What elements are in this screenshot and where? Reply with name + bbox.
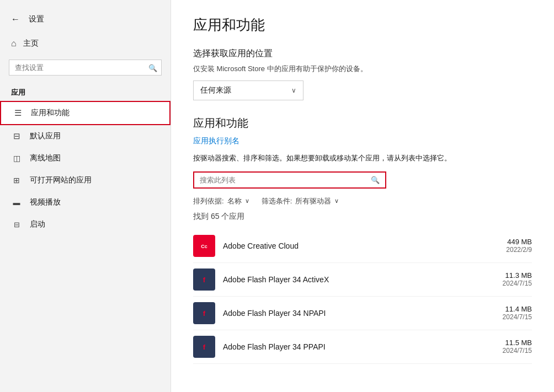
settings-search-box: 🔍 <box>9 60 162 76</box>
app-date: 2024/7/15 <box>488 313 532 321</box>
filter-value[interactable]: 所有驱动器 <box>295 196 331 206</box>
home-icon: ⌂ <box>11 39 17 49</box>
app-date: 2022/2/9 <box>488 246 532 254</box>
dropdown-value: 任何来源 <box>200 85 231 95</box>
app-name: Adobe Flash Player 34 ActiveX <box>223 275 480 284</box>
app-meta-flash-activex: 11.3 MB 2024/7/15 <box>488 271 532 287</box>
app-info-adobe-cc: Adobe Creative Cloud <box>223 241 480 250</box>
apps-features-label: 应用和功能 <box>31 108 70 118</box>
sidebar: ← 设置 ⌂ 主页 🔍 应用 ☰ 应用和功能 ⊟ 默认应用 ◫ 离线地图 ⊞ 可… <box>0 0 171 392</box>
list-item[interactable]: f Adobe Flash Player 34 ActiveX 11.3 MB … <box>193 263 532 297</box>
main-content: 应用和功能 选择获取应用的位置 仅安装 Microsoft Store 中的应用… <box>171 0 554 392</box>
list-item[interactable]: f Adobe Flash Player 34 PPAPI 11.5 MB 20… <box>193 330 532 364</box>
alias-link[interactable]: 应用执行别名 <box>193 136 239 146</box>
app-icon-flash-npapi: f <box>193 302 215 324</box>
source-dropdown[interactable]: 任何来源 ∨ <box>193 80 303 100</box>
sidebar-item-default-apps[interactable]: ⊟ 默认应用 <box>0 125 171 147</box>
filter-label: 筛选条件: <box>262 196 292 206</box>
sort-filter-row: 排列依据: 名称 ∨ 筛选条件: 所有驱动器 ∨ <box>193 196 532 206</box>
section2-heading: 应用和功能 <box>193 116 532 131</box>
sidebar-section-label: 应用 <box>0 80 171 101</box>
sidebar-item-home[interactable]: ⌂ 主页 <box>0 32 171 55</box>
filter-arrow-icon: ∨ <box>334 197 339 205</box>
video-label: 视频播放 <box>30 197 61 207</box>
list-item[interactable]: f Adobe Flash Player 34 NPAPI 11.4 MB 20… <box>193 297 532 330</box>
default-apps-icon: ⊟ <box>11 131 22 141</box>
svg-text:f: f <box>203 309 206 318</box>
app-info-flash-ppapi: Adobe Flash Player 34 PPAPI <box>223 342 480 351</box>
app-date: 2024/7/15 <box>488 280 532 287</box>
apps-features-icon: ☰ <box>12 108 23 118</box>
app-date: 2024/7/15 <box>488 347 532 355</box>
chevron-down-icon: ∨ <box>291 87 296 94</box>
app-icon-flash-activex: f <box>193 269 215 291</box>
sort-value[interactable]: 名称 <box>227 196 242 206</box>
app-icon-flash-ppapi: f <box>193 336 215 358</box>
page-title: 应用和功能 <box>193 15 532 35</box>
app-info-flash-activex: Adobe Flash Player 34 ActiveX <box>223 275 480 284</box>
startup-icon: ⊟ <box>11 221 22 229</box>
section1-heading: 选择获取应用的位置 <box>193 48 532 60</box>
app-info-flash-npapi: Adobe Flash Player 34 NPAPI <box>223 309 480 318</box>
sidebar-title: 设置 <box>29 14 44 24</box>
settings-search-input[interactable] <box>9 60 162 76</box>
app-icon-adobe-cc: Cc <box>193 235 215 257</box>
offline-maps-label: 离线地图 <box>30 153 61 163</box>
sort-label: 排列依据: <box>193 196 224 206</box>
search-icon: 🔍 <box>148 63 157 72</box>
app-meta-flash-ppapi: 11.5 MB 2024/7/15 <box>488 339 532 355</box>
video-icon: ▬ <box>11 198 22 207</box>
section1-desc: 仅安装 Microsoft Store 中的应用有助于保护你的设备。 <box>193 64 532 74</box>
filter-desc: 按驱动器搜索、排序和筛选。如果想要卸载或移动某个应用，请从列表中选择它。 <box>193 153 532 164</box>
svg-text:f: f <box>203 343 206 351</box>
home-label: 主页 <box>23 39 39 49</box>
startup-label: 启动 <box>30 219 45 229</box>
found-count: 找到 65 个应用 <box>193 212 532 222</box>
adobe-flash-ppapi-svg: f <box>198 340 211 353</box>
app-size: 449 MB <box>488 238 532 246</box>
sidebar-item-web-apps[interactable]: ⊞ 可打开网站的应用 <box>0 169 171 191</box>
app-size: 11.3 MB <box>488 271 532 280</box>
offline-maps-icon: ◫ <box>11 154 22 163</box>
sidebar-header: ← 设置 <box>0 7 171 32</box>
search-list-input[interactable] <box>200 176 371 184</box>
default-apps-label: 默认应用 <box>30 131 61 141</box>
search-list-box: 🔍 <box>193 171 386 189</box>
app-size: 11.5 MB <box>488 339 532 347</box>
adobe-cc-svg: Cc <box>198 239 211 253</box>
sidebar-item-apps-features[interactable]: ☰ 应用和功能 <box>0 101 171 125</box>
app-name: Adobe Flash Player 34 NPAPI <box>223 309 480 318</box>
back-button[interactable]: ← <box>9 12 22 26</box>
svg-text:Cc: Cc <box>201 244 207 249</box>
sort-arrow-icon: ∨ <box>245 197 249 205</box>
app-name: Adobe Creative Cloud <box>223 241 480 250</box>
list-item[interactable]: Cc Adobe Creative Cloud 449 MB 2022/2/9 <box>193 229 532 263</box>
svg-text:f: f <box>203 276 206 284</box>
search-list-icon: 🔍 <box>371 176 380 184</box>
back-icon: ← <box>11 14 20 24</box>
sidebar-item-video[interactable]: ▬ 视频播放 <box>0 191 171 213</box>
adobe-flash-npapi-svg: f <box>198 307 211 320</box>
sidebar-item-offline-maps[interactable]: ◫ 离线地图 <box>0 147 171 169</box>
app-meta-adobe-cc: 449 MB 2022/2/9 <box>488 238 532 254</box>
app-name: Adobe Flash Player 34 PPAPI <box>223 342 480 351</box>
web-apps-label: 可打开网站的应用 <box>30 175 92 185</box>
web-apps-icon: ⊞ <box>11 176 22 185</box>
sidebar-item-startup[interactable]: ⊟ 启动 <box>0 213 171 235</box>
app-size: 11.4 MB <box>488 305 532 313</box>
app-meta-flash-npapi: 11.4 MB 2024/7/15 <box>488 305 532 321</box>
app-list: Cc Adobe Creative Cloud 449 MB 2022/2/9 … <box>193 229 532 364</box>
adobe-flash-svg: f <box>198 273 211 286</box>
